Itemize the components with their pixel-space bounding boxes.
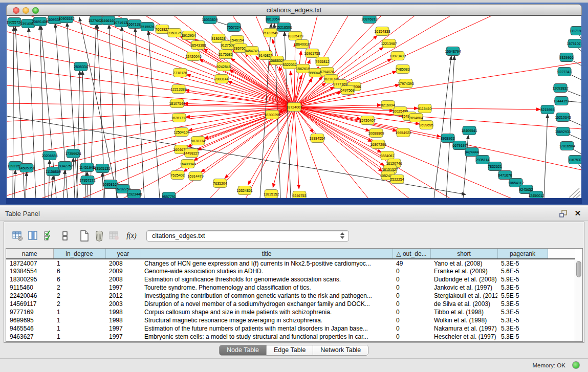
canvas-resize-grip-icon[interactable] [569,188,580,198]
network-node[interactable]: 12213389 [170,85,186,94]
network-node[interactable]: 15122549 [262,29,278,37]
table-row[interactable]: 911546021997Tourette syndrome. Phenomeno… [6,283,575,292]
table-row[interactable]: 1456911722003Disruption of a novel membe… [6,300,575,308]
network-node[interactable]: 15751074 [567,39,581,48]
network-node[interactable]: 7485083 [396,65,409,74]
network-node[interactable]: 2935114 [476,156,490,164]
network-node[interactable]: 17974393 [398,79,413,88]
network-node[interactable]: 16914479 [187,172,203,181]
network-window-titlebar[interactable]: citations_edges.txt [6,4,582,15]
table-row[interactable]: 969969511998Structural magnetic resonanc… [6,316,575,324]
network-node[interactable]: 20691406 [32,17,48,26]
tab-edge-table[interactable]: Edge Table [267,345,313,355]
network-node[interactable]: 20206586 [41,151,57,160]
network-node[interactable]: 7557224 [227,23,241,32]
network-node[interactable]: 9246753 [292,191,306,199]
network-node[interactable]: 14498227 [183,149,199,158]
network-node[interactable]: 10905532 [58,16,74,23]
network-node[interactable]: 18107544 [169,99,185,108]
network-node[interactable]: 8471676 [498,171,512,180]
network-node[interactable]: 7515526 [140,23,154,31]
network-node[interactable]: 18325419 [287,32,303,40]
table-row[interactable]: 946554611997Estimation of the future num… [6,324,575,333]
network-node[interactable]: 13505135 [94,164,110,173]
network-node[interactable]: 11451948 [79,163,95,172]
table-row[interactable]: 1872400712008Changes of HCN gene express… [6,259,575,267]
tab-network-table[interactable]: Network Table [313,345,368,355]
network-node[interactable]: 10688809 [368,129,384,138]
select-rows-icon[interactable] [43,230,54,242]
table-row[interactable]: 1938455462009Genome-wide association stu… [6,267,575,275]
network-node[interactable]: 16210643 [555,113,571,122]
column-header-short[interactable]: short [430,249,497,259]
vertical-scrollbar[interactable] [575,260,582,341]
network-node[interactable]: 1167533 [569,156,581,164]
new-column-icon[interactable] [79,230,90,242]
network-node[interactable]: 15720407 [359,116,375,125]
network-node[interactable]: 8454749 [245,47,258,55]
network-node[interactable]: 19654923 [395,128,411,137]
network-node[interactable]: 6679197 [452,141,466,150]
close-panel-icon[interactable]: ✕ [574,209,582,218]
network-node[interactable]: 8938923 [441,134,454,143]
network-node[interactable]: 11171964 [570,27,581,35]
table-row[interactable]: 2242004622012Investigating the contribut… [6,292,575,300]
network-node[interactable]: 12444151 [553,97,569,105]
network-node[interactable]: 22420046 [185,52,201,61]
network-node[interactable]: 11815152 [264,190,279,199]
network-node[interactable]: 1562615 [296,64,310,73]
network-node[interactable]: 12213987 [381,39,397,48]
network-node[interactable]: 16409948 [180,160,195,168]
clear-row-selection-icon[interactable] [59,230,71,242]
float-panel-icon[interactable] [559,210,568,218]
network-node[interactable]: 12504104 [173,128,189,137]
network-node[interactable]: 15692931 [555,127,571,136]
network-node[interactable]: 9474444 [465,148,478,157]
network-node[interactable]: 12923448 [126,190,142,199]
network-node[interactable]: 8813054 [266,16,279,24]
network-node[interactable]: 18300295 [264,111,280,119]
network-node[interactable]: 7635204 [213,179,227,188]
network-node[interactable]: 14585051 [18,164,34,172]
network-node[interactable]: 19384554 [309,134,325,143]
network-node[interactable]: 7832621 [488,162,502,171]
network-node[interactable]: 8322037 [282,60,296,69]
tab-node-table[interactable]: Node Table [220,345,267,355]
node-attribute-table[interactable]: namein_degreeyeartitle△ out_de...shortpa… [6,249,575,341]
table-row[interactable]: 946362711997Embryonic stem cells: a mode… [6,333,575,341]
network-node[interactable]: 3175685 [219,50,232,59]
scrollbar-thumb[interactable] [576,261,581,277]
network-canvas[interactable]: 8186328912750815461542867608317568584547… [7,15,581,198]
network-node[interactable]: 2718126 [173,69,187,77]
network-node[interactable]: 17016504 [559,142,575,150]
select-columns-icon[interactable] [28,230,39,242]
network-node[interactable]: 9699695 [419,121,433,129]
column-header-title[interactable]: title [141,249,393,259]
network-node[interactable]: 1546154 [230,36,244,45]
network-node[interactable]: 2522254 [390,175,404,184]
network-node[interactable]: 7955812 [315,57,329,66]
function-builder-icon[interactable]: f(x) [126,230,137,242]
network-node[interactable]: 12093832 [552,84,568,93]
network-node[interactable]: 15218506 [276,23,292,32]
network-node[interactable]: 9878334 [191,137,205,145]
delete-columns-icon[interactable] [94,230,105,242]
network-graph[interactable]: 8186328912750815461542867608317568584547… [7,16,581,198]
network-node[interactable]: 16961758 [304,49,320,58]
network-node[interactable]: 9329966 [559,53,573,62]
network-node[interactable]: 8912954 [182,31,195,40]
network-node[interactable]: 16807299 [370,140,386,149]
column-header-out_de[interactable]: △ out_de... [393,249,430,259]
network-node[interactable]: 15324851 [236,186,252,195]
network-node[interactable]: 6497568 [340,86,354,95]
network-node[interactable]: 12450012 [528,191,544,199]
network-node[interactable]: 7625402 [170,171,184,180]
network-node[interactable]: 9242845 [216,62,230,71]
network-node[interactable]: 8960125 [167,29,181,37]
network-node[interactable]: 16648794 [445,47,461,56]
column-header-year[interactable]: year [105,249,141,259]
column-header-name[interactable]: name [6,249,53,259]
table-row[interactable]: 977716911998Corpus callosum shape and si… [6,308,575,316]
network-node[interactable]: 16261712 [171,114,187,122]
network-node[interactable]: 16033809 [202,16,217,24]
